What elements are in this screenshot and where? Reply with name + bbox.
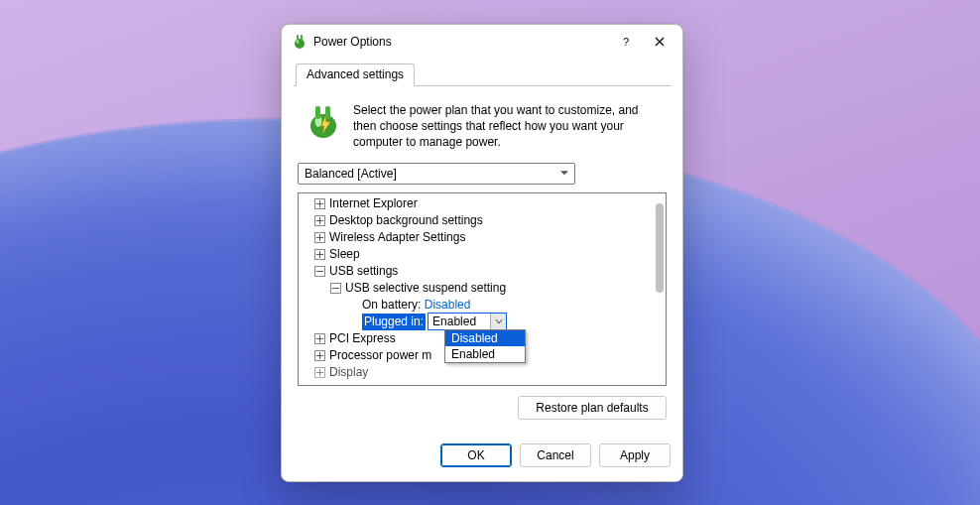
svg-text:?: ?: [623, 36, 629, 48]
power-options-icon: [292, 34, 307, 50]
chevron-down-icon[interactable]: [490, 314, 506, 329]
expand-icon[interactable]: [314, 333, 325, 344]
svg-rect-8: [325, 106, 330, 119]
cancel-button[interactable]: Cancel: [520, 443, 591, 467]
tab-strip: Advanced settings: [294, 63, 671, 86]
power-options-dialog: Power Options ? Advanced settings Select…: [281, 24, 683, 482]
tab-advanced-settings[interactable]: Advanced settings: [296, 63, 415, 86]
dialog-content: Advanced settings Select the power plan …: [282, 63, 682, 432]
plugged-in-label: Plugged in:: [362, 314, 426, 330]
tree-scrollbar[interactable]: [656, 195, 664, 383]
apply-button[interactable]: Apply: [599, 443, 671, 467]
expand-icon[interactable]: [314, 198, 325, 209]
power-plan-value: Balanced [Active]: [305, 167, 397, 181]
expand-icon[interactable]: [314, 249, 325, 260]
tree-item[interactable]: USB selective suspend setting: [345, 280, 506, 297]
tree-item[interactable]: USB settings: [329, 263, 398, 280]
scrollbar-thumb[interactable]: [656, 203, 664, 293]
power-plan-select[interactable]: Balanced [Active]: [298, 163, 575, 185]
plugged-in-dropdown[interactable]: Disabled Enabled: [444, 329, 526, 363]
expand-icon[interactable]: [314, 215, 325, 226]
tree-item[interactable]: Internet Explorer: [329, 195, 418, 212]
tree-item[interactable]: Display: [329, 364, 368, 381]
tree-item[interactable]: PCI Express: [329, 330, 396, 347]
plugged-in-value: Enabled: [432, 314, 476, 330]
expand-icon[interactable]: [314, 367, 325, 378]
svg-point-0: [295, 39, 305, 49]
dropdown-option-enabled[interactable]: Enabled: [445, 346, 525, 362]
tree-item[interactable]: Sleep: [329, 246, 360, 263]
svg-point-3: [297, 40, 299, 44]
plugged-in-select[interactable]: Enabled: [428, 313, 507, 330]
dialog-footer: OK Cancel Apply: [282, 432, 682, 481]
titlebar: Power Options ?: [282, 25, 682, 59]
dropdown-option-disabled[interactable]: Disabled: [445, 330, 525, 346]
expand-icon[interactable]: [314, 232, 325, 243]
help-button[interactable]: ?: [609, 28, 643, 56]
battery-icon: [304, 102, 343, 142]
on-battery-label: On battery:: [362, 297, 421, 314]
collapse-icon[interactable]: [330, 283, 341, 294]
tree-item[interactable]: Wireless Adapter Settings: [329, 229, 465, 246]
collapse-icon[interactable]: [314, 266, 325, 277]
expand-icon[interactable]: [314, 350, 325, 361]
window-title: Power Options: [313, 35, 609, 49]
ok-button[interactable]: OK: [440, 443, 512, 467]
settings-tree: Internet Explorer Desktop background set…: [298, 192, 667, 386]
close-button[interactable]: [643, 28, 676, 56]
intro-text: Select the power plan that you want to c…: [353, 102, 661, 151]
svg-rect-7: [315, 106, 320, 119]
tree-item[interactable]: Processor power m: [329, 347, 431, 364]
restore-defaults-button[interactable]: Restore plan defaults: [518, 396, 667, 420]
tree-item[interactable]: Desktop background settings: [329, 212, 483, 229]
intro-row: Select the power plan that you want to c…: [294, 86, 671, 163]
svg-rect-2: [301, 35, 303, 41]
on-battery-value[interactable]: Disabled: [425, 297, 471, 314]
